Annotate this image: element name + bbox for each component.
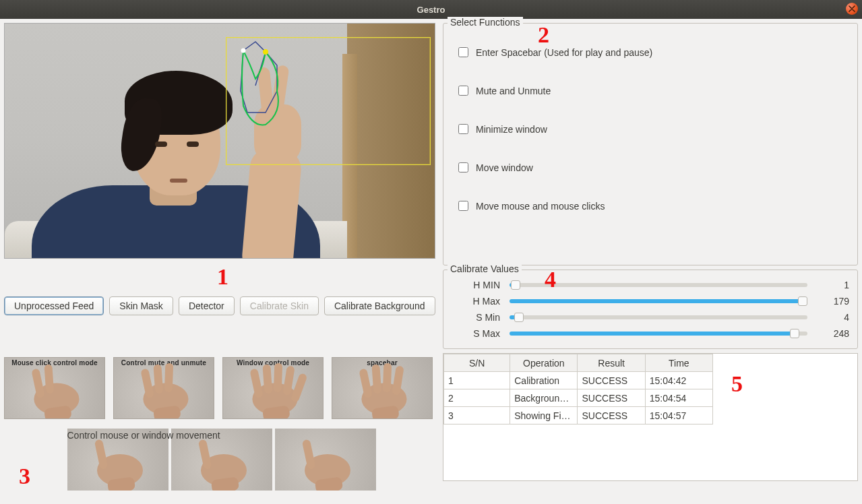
svg-rect-20 — [359, 368, 373, 398]
log-cell: Backgroun… — [510, 389, 578, 407]
svg-rect-10 — [164, 363, 173, 393]
detector-button[interactable]: Detector — [179, 296, 235, 315]
callout-5: 5 — [731, 371, 743, 397]
calibrate-label: S Max — [452, 328, 500, 339]
log-header: S/N — [444, 354, 510, 372]
log-cell: 3 — [444, 407, 510, 424]
function-option: Enter Spacebar (Used for play and pause) — [456, 45, 849, 59]
log-cell: 1 — [444, 372, 510, 389]
log-header: Time — [645, 354, 712, 372]
function-checkbox[interactable] — [458, 124, 468, 134]
log-header: Result — [578, 354, 645, 372]
function-label: Move window — [476, 162, 533, 173]
function-option: Move window — [456, 160, 849, 175]
log-cell: SUCCESS — [578, 407, 645, 424]
calibrate-slider[interactable] — [510, 332, 807, 336]
calibrate-label: H Max — [452, 296, 500, 307]
unprocessed-feed-button[interactable]: Unprocessed Feed — [4, 296, 104, 315]
roi-box — [226, 37, 431, 165]
log-cell: 15:04:57 — [645, 407, 712, 424]
calibrate-slider[interactable] — [510, 315, 807, 319]
function-option: Minimize window — [456, 122, 849, 136]
log-cell: Showing Fi… — [510, 407, 578, 424]
table-row[interactable]: 1CalibrationSUCCESS15:04:42 — [444, 372, 713, 389]
table-row[interactable]: 3Showing Fi…SUCCESS15:04:57 — [444, 407, 713, 424]
svg-rect-26 — [94, 439, 108, 470]
log-cell: SUCCESS — [578, 389, 645, 407]
function-checkbox[interactable] — [458, 162, 468, 172]
svg-rect-29 — [197, 439, 212, 470]
calibrate-values-group: Calibrate Values 4 H MIN1H Max179S Min4S… — [443, 270, 858, 349]
calibrate-slider[interactable] — [510, 299, 807, 303]
gesture-thumb: Mouse click control mode — [4, 357, 105, 419]
gesture-thumb: spacebar — [332, 357, 433, 419]
log-header: Operation — [510, 354, 578, 372]
calibrate-values-legend: Calibrate Values — [448, 263, 522, 274]
select-functions-group: Select Functions 2 Enter Spacebar (Used … — [443, 23, 858, 265]
gesture-thumb: Window control mode — [222, 357, 324, 419]
calibrate-value: 4 — [817, 312, 849, 323]
calibrate-background-button[interactable]: Calibrate Background — [324, 296, 435, 315]
svg-rect-32 — [301, 439, 315, 470]
table-row[interactable]: 2Backgroun…SUCCESS15:04:54 — [444, 389, 713, 407]
calibrate-label: S Min — [452, 312, 500, 323]
svg-rect-8 — [140, 368, 154, 398]
gesture-thumb-label: Control mouse or window movement — [67, 430, 376, 441]
camera-feed — [4, 23, 435, 259]
function-label: Move mouse and mouse clicks — [476, 201, 605, 212]
log-cell: SUCCESS — [578, 372, 645, 389]
calibrate-row: S Max248 — [452, 325, 849, 342]
log-cell: 15:04:54 — [645, 389, 712, 407]
svg-rect-4 — [31, 368, 45, 398]
select-functions-legend: Select Functions — [448, 17, 523, 28]
calibrate-skin-button: Calibrate Skin — [240, 296, 319, 315]
function-label: Minimize window — [476, 124, 547, 135]
log-panel: 5 S/NOperationResultTime 1CalibrationSUC… — [443, 353, 858, 481]
svg-rect-22 — [383, 363, 392, 393]
calibrate-slider[interactable] — [510, 283, 807, 287]
svg-rect-13 — [249, 368, 264, 398]
gesture-thumbnails: Mouse click control mode Control mute an… — [4, 357, 439, 500]
log-table: S/NOperationResultTime 1CalibrationSUCCE… — [443, 354, 713, 424]
close-icon[interactable] — [846, 3, 858, 15]
skin-mask-button[interactable]: Skin Mask — [109, 296, 173, 315]
calibrate-value: 179 — [817, 296, 849, 307]
function-option: Mute and Unmute — [456, 84, 849, 98]
calibrate-row: S Min4 — [452, 309, 849, 325]
calibrate-value: 1 — [817, 280, 849, 290]
svg-rect-15 — [274, 363, 282, 393]
callout-2: 2 — [538, 22, 549, 48]
titlebar: Gestro — [0, 0, 862, 19]
calibrate-row: H MIN1 — [452, 277, 849, 293]
window-title: Gestro — [417, 5, 445, 15]
calibrate-row: H Max179 — [452, 293, 849, 309]
log-cell: 2 — [444, 389, 510, 407]
function-label: Mute and Unmute — [476, 86, 551, 96]
log-cell: Calibration — [510, 372, 578, 389]
log-cell: 15:04:42 — [645, 372, 712, 389]
callout-1: 1 — [217, 264, 228, 290]
calibrate-value: 248 — [817, 328, 849, 339]
function-checkbox[interactable] — [458, 86, 468, 96]
function-label: Enter Spacebar (Used for play and pause) — [476, 47, 652, 58]
function-checkbox[interactable] — [458, 47, 468, 57]
gesture-thumb: Control mute and unmute — [113, 357, 214, 419]
function-checkbox[interactable] — [458, 201, 468, 211]
calibrate-label: H MIN — [452, 280, 500, 290]
function-option: Move mouse and mouse clicks — [456, 199, 849, 213]
